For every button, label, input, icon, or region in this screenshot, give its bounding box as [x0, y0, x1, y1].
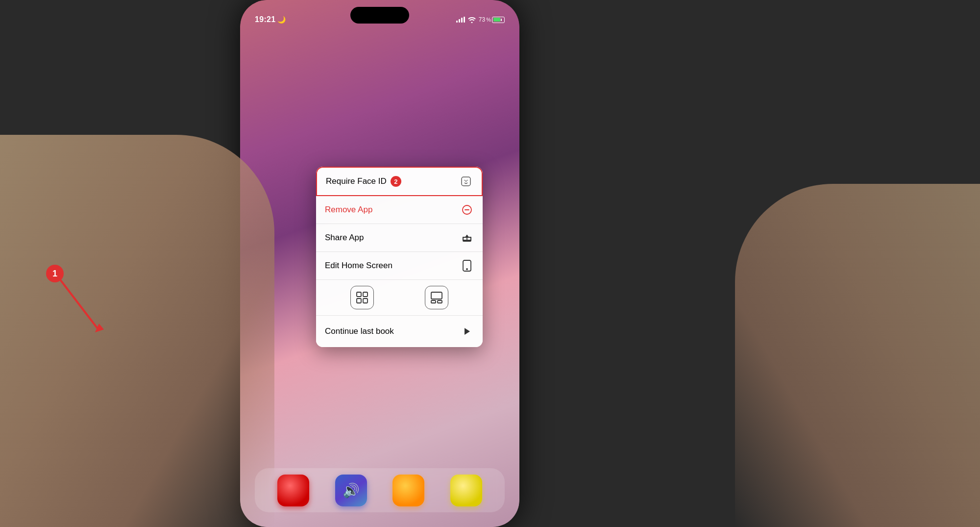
signal-bar-3	[461, 18, 463, 23]
status-icons: 73 %	[456, 16, 505, 23]
face-id-badge: 2	[391, 176, 401, 187]
battery-body	[492, 17, 505, 23]
svg-rect-8	[363, 299, 368, 303]
status-bar: 19:21 🌙 73 %	[240, 9, 519, 30]
face-id-icon	[459, 175, 473, 188]
signal-bars	[456, 17, 465, 23]
svg-point-4	[466, 269, 467, 270]
edit-home-screen-label: Edit Home Screen	[325, 261, 392, 271]
menu-item-share-app[interactable]: Share App	[316, 224, 483, 252]
menu-item-remove-app[interactable]: Remove App	[316, 196, 483, 224]
context-menu: Require Face ID 2 Remove App	[316, 167, 483, 347]
play-icon	[460, 325, 474, 338]
widget-view-icon[interactable]	[425, 286, 448, 309]
edit-home-screen-icon	[460, 259, 474, 273]
phone-device: 19:21 🌙 73 %	[240, 0, 519, 527]
phone-screen: 19:21 🌙 73 %	[240, 0, 519, 527]
menu-icons-row	[316, 280, 483, 316]
svg-rect-5	[357, 292, 361, 297]
require-face-id-label: Require Face ID	[326, 176, 387, 186]
svg-rect-9	[431, 292, 442, 299]
battery-icon: 73 %	[479, 16, 505, 23]
left-hand	[0, 135, 274, 527]
svg-rect-11	[438, 301, 442, 303]
grid-view-icon[interactable]	[350, 286, 374, 309]
wifi-icon	[468, 17, 476, 23]
dock-icon-yellow[interactable]	[450, 475, 482, 506]
dock-icon-orange[interactable]	[392, 475, 424, 506]
svg-rect-7	[357, 299, 361, 303]
menu-item-require-face-id[interactable]: Require Face ID 2	[316, 167, 483, 196]
menu-item-left-face-id: Require Face ID 2	[326, 176, 401, 187]
svg-rect-10	[431, 301, 436, 303]
share-app-label: Share App	[325, 233, 364, 243]
battery-tip	[501, 19, 502, 21]
svg-rect-6	[363, 292, 368, 297]
menu-item-continue-last-book[interactable]: Continue last book	[316, 316, 483, 347]
dock: 🔊	[255, 468, 505, 512]
moon-icon: 🌙	[277, 16, 286, 24]
remove-app-label: Remove App	[325, 205, 372, 215]
dock-icon-blue[interactable]: 🔊	[335, 475, 367, 506]
remove-app-icon	[460, 203, 474, 217]
status-time: 19:21	[255, 15, 275, 24]
battery-fill	[493, 18, 501, 22]
battery-percent-sign: %	[486, 17, 491, 23]
continue-last-book-label: Continue last book	[325, 326, 394, 336]
right-hand	[735, 184, 980, 527]
signal-bar-4	[464, 17, 465, 23]
menu-item-edit-home-screen[interactable]: Edit Home Screen	[316, 252, 483, 280]
share-app-icon	[460, 231, 474, 245]
signal-bar-1	[456, 21, 458, 23]
signal-bar-2	[459, 19, 460, 23]
dock-icon-red[interactable]	[277, 475, 309, 506]
speaker-icon: 🔊	[343, 482, 360, 499]
battery-percent: 73	[479, 16, 485, 23]
